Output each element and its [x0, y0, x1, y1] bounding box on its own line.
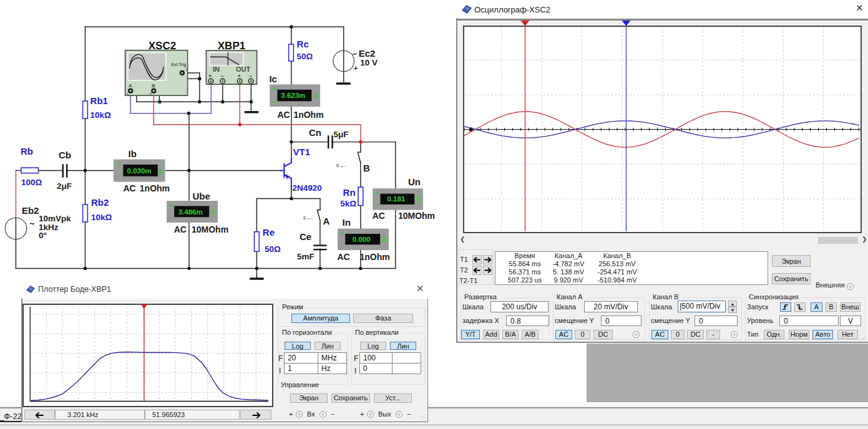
svg-text:Rn: Rn	[343, 187, 356, 198]
svg-text:Eb2: Eb2	[22, 205, 39, 216]
svg-text:AC: AC	[373, 211, 385, 221]
svg-text:~: ~	[29, 218, 35, 229]
svg-text:−: −	[158, 159, 162, 166]
svg-text:+: +	[208, 73, 212, 79]
svg-text:2N4920: 2N4920	[293, 183, 322, 193]
svg-text:Ext Trig: Ext Trig	[172, 62, 187, 67]
svg-text:0.000: 0.000	[353, 236, 371, 243]
svg-text:0.181: 0.181	[387, 195, 405, 203]
svg-text:Re: Re	[263, 227, 275, 238]
svg-text:+: +	[150, 92, 152, 96]
svg-text:1nOhm: 1nOhm	[140, 183, 170, 193]
svg-text:+: +	[272, 85, 276, 92]
svg-text:B: B	[152, 83, 155, 89]
svg-text:5mF: 5mF	[297, 252, 315, 261]
svg-text:AC: AC	[277, 110, 290, 120]
svg-text:Cn: Cn	[309, 127, 321, 138]
svg-text:AC: AC	[174, 224, 187, 234]
svg-text:3.486m: 3.486m	[178, 208, 203, 216]
svg-text:−: −	[169, 214, 173, 222]
svg-text:−: −	[353, 49, 358, 59]
svg-text:+: +	[127, 92, 129, 96]
svg-text:In: In	[343, 217, 351, 228]
svg-text:A: A	[129, 83, 132, 89]
svg-text:−: −	[340, 242, 344, 249]
svg-text:10MOhm: 10MOhm	[398, 211, 435, 221]
svg-text:Ic: Ic	[269, 74, 277, 84]
svg-text:−: −	[272, 99, 276, 106]
svg-text:+: +	[169, 201, 173, 209]
svg-text:Ib: Ib	[129, 148, 137, 159]
svg-text:10kΩ: 10kΩ	[90, 110, 112, 120]
svg-text:−: −	[375, 201, 379, 209]
svg-text:0°: 0°	[39, 231, 47, 240]
svg-text:A: A	[323, 216, 330, 226]
svg-text:AC: AC	[338, 252, 350, 262]
svg-text:A: A	[382, 236, 386, 243]
svg-text:VT1: VT1	[293, 147, 311, 157]
svg-text:OUT: OUT	[236, 65, 251, 73]
svg-text:Е⌄-: Е⌄-	[336, 163, 346, 168]
svg-text:B: B	[363, 163, 370, 173]
svg-text:10kΩ: 10kΩ	[91, 213, 112, 222]
svg-text:Ec2: Ec2	[359, 48, 376, 59]
svg-text:10mVpk: 10mVpk	[39, 214, 71, 223]
svg-text:Rb2: Rb2	[91, 197, 109, 208]
svg-text:V: V	[211, 209, 215, 216]
svg-text:+: +	[185, 67, 188, 72]
svg-text:5μF: 5μF	[334, 130, 349, 139]
svg-text:10 V: 10 V	[360, 58, 378, 67]
svg-text:50Ω: 50Ω	[297, 52, 313, 61]
svg-text:+: +	[354, 64, 358, 72]
svg-text:Rc: Rc	[297, 39, 309, 49]
svg-text:5kΩ: 5kΩ	[340, 199, 356, 208]
svg-text:A: A	[313, 92, 318, 99]
svg-text:−: −	[249, 73, 252, 79]
svg-text:IN: IN	[213, 65, 220, 73]
svg-text:V: V	[416, 196, 421, 203]
svg-text:+: +	[340, 229, 344, 236]
svg-text:Ce: Ce	[300, 231, 311, 242]
svg-text:XBP1: XBP1	[218, 40, 245, 52]
svg-text:Rb1: Rb1	[90, 95, 108, 106]
svg-text:AC: AC	[123, 183, 135, 193]
svg-text:+: +	[117, 161, 120, 168]
svg-text:Ube: Ube	[193, 191, 210, 201]
svg-text:50Ω: 50Ω	[265, 244, 281, 254]
svg-text:Rb: Rb	[21, 146, 33, 157]
svg-text:+: +	[237, 73, 240, 79]
svg-text:2μF: 2μF	[57, 181, 72, 191]
svg-text:1nOhm: 1nOhm	[293, 110, 323, 120]
svg-text:3.623m: 3.623m	[281, 92, 305, 99]
svg-text:Е⌄-: Е⌄-	[303, 215, 313, 221]
svg-text:+: +	[375, 189, 379, 196]
svg-text:10MOhm: 10MOhm	[192, 224, 228, 234]
svg-text:Un: Un	[408, 176, 421, 187]
svg-text:XSC2: XSC2	[149, 40, 176, 52]
svg-text:100Ω: 100Ω	[21, 178, 42, 187]
svg-text:1nOhm: 1nOhm	[360, 252, 390, 262]
svg-text:A: A	[158, 168, 162, 175]
svg-text:Cb: Cb	[59, 150, 71, 160]
svg-text:−: −	[220, 73, 223, 79]
svg-text:0.030m: 0.030m	[127, 167, 152, 175]
